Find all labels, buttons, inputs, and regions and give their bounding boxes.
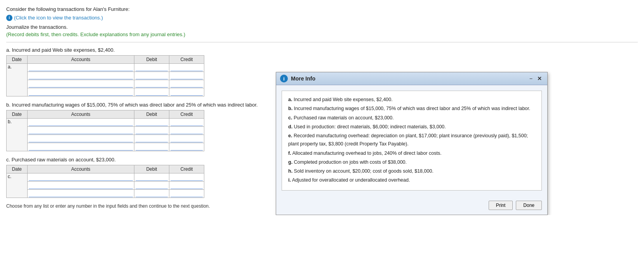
dialog-item-b: b. Incurred manufacturing wages of $15,0… (288, 105, 535, 113)
credit-field-b2[interactable] (171, 127, 203, 134)
debit-field-c1[interactable] (136, 174, 168, 181)
accounts-field-a1[interactable] (29, 64, 133, 71)
dialog-item-c: c. Purchased raw materials on account, $… (288, 114, 535, 122)
credit-input-b2[interactable] (169, 126, 204, 135)
debit-input-b2[interactable] (134, 126, 169, 135)
debit-field-b3[interactable] (136, 135, 168, 142)
accounts-field-c3[interactable] (29, 190, 133, 197)
accounts-input-c1[interactable] (27, 173, 134, 181)
debit-field-a1[interactable] (136, 64, 168, 71)
dialog-item-f: f. Allocated manufacturing overhead to j… (288, 149, 535, 158)
debit-input-c1[interactable] (134, 173, 169, 181)
debit-input-a1[interactable] (134, 63, 169, 72)
debit-input-c2[interactable] (134, 181, 169, 189)
accounts-input-c2[interactable] (27, 181, 134, 189)
credit-field-a2[interactable] (171, 72, 203, 79)
credit-input-b4[interactable] (169, 143, 204, 151)
debit-input-c3[interactable] (134, 189, 169, 198)
dialog-item-g: g. Completed production on jobs with cos… (288, 158, 535, 166)
dialog-title: More Info (291, 75, 315, 82)
dialog-item-i: i. Adjusted for overallocated or underal… (288, 176, 535, 184)
accounts-input-b3[interactable] (27, 135, 134, 143)
col-header-date-b: Date (7, 110, 28, 118)
credit-field-c3[interactable] (171, 190, 203, 197)
info-box: a. Incurred and paid Web site expenses, … (282, 91, 542, 191)
credit-input-a2[interactable] (169, 72, 204, 80)
accounts-input-b1[interactable] (27, 118, 134, 126)
print-button[interactable]: Print (489, 201, 513, 210)
credit-field-b1[interactable] (171, 119, 203, 126)
debit-field-a3[interactable] (136, 80, 168, 88)
accounts-field-c2[interactable] (29, 182, 133, 189)
credit-input-a3[interactable] (169, 80, 204, 88)
accounts-field-b2[interactable] (29, 127, 133, 134)
accounts-input-a3[interactable] (27, 80, 134, 88)
accounts-field-c1[interactable] (29, 174, 133, 181)
col-header-debit-c: Debit (134, 165, 169, 173)
col-header-date-a: Date (7, 55, 28, 63)
dialog-header: i More Info − ✕ (276, 72, 547, 85)
row-label-b: b. (7, 118, 28, 151)
credit-field-b4[interactable] (171, 144, 203, 150)
dialog-item-a: a. Incurred and paid Web site expenses, … (288, 96, 535, 104)
credit-input-b3[interactable] (169, 135, 204, 143)
accounts-input-a4[interactable] (27, 88, 134, 96)
credit-field-c1[interactable] (171, 174, 203, 181)
debit-field-c3[interactable] (136, 190, 168, 197)
credit-field-c2[interactable] (171, 182, 203, 189)
click-info-text: (Click the icon to view the transactions… (14, 15, 103, 21)
debit-field-b4[interactable] (136, 144, 168, 150)
dialog-item-h: h. Sold inventory on account, $20,000; c… (288, 167, 535, 175)
click-info-link[interactable]: i (Click the icon to view the transactio… (6, 15, 103, 21)
info-icon: i (6, 15, 12, 21)
debit-field-b1[interactable] (136, 119, 168, 126)
debit-input-b4[interactable] (134, 143, 169, 151)
dialog-minimize-button[interactable]: − (528, 75, 534, 82)
journal-table-c: Date Accounts Debit Credit c. (6, 165, 204, 198)
accounts-input-b4[interactable] (27, 143, 134, 151)
debit-field-c2[interactable] (136, 182, 168, 189)
credit-field-a1[interactable] (171, 64, 203, 71)
more-info-dialog: i More Info − ✕ a. Incurred and paid Web… (276, 72, 548, 215)
dialog-header-left: i More Info (280, 75, 315, 82)
credit-input-a1[interactable] (169, 63, 204, 72)
dialog-item-e: e. Recorded manufacturing overhead: depr… (288, 132, 535, 149)
debit-input-a3[interactable] (134, 80, 169, 88)
col-header-credit-c: Credit (169, 165, 204, 173)
accounts-input-c3[interactable] (27, 189, 134, 198)
journal-table-a: Date Accounts Debit Credit a. (6, 55, 204, 96)
credit-input-c3[interactable] (169, 189, 204, 198)
debit-input-b1[interactable] (134, 118, 169, 126)
accounts-input-a1[interactable] (27, 63, 134, 72)
credit-field-a3[interactable] (171, 80, 203, 88)
accounts-field-a2[interactable] (29, 72, 133, 79)
col-header-credit-b: Credit (169, 110, 204, 118)
credit-field-a4[interactable] (171, 89, 203, 96)
col-header-credit-a: Credit (169, 55, 204, 63)
done-button[interactable]: Done (516, 201, 542, 210)
credit-input-c1[interactable] (169, 173, 204, 181)
row-label-c: c. (7, 173, 28, 198)
accounts-input-a2[interactable] (27, 72, 134, 80)
dialog-item-d: d. Used in production: direct materials,… (288, 123, 535, 131)
credit-input-b1[interactable] (169, 118, 204, 126)
accounts-field-a3[interactable] (29, 80, 133, 88)
debit-input-a2[interactable] (134, 72, 169, 80)
debit-field-b2[interactable] (136, 127, 168, 134)
credit-field-b3[interactable] (171, 135, 203, 142)
accounts-input-b2[interactable] (27, 126, 134, 135)
credit-input-c2[interactable] (169, 181, 204, 189)
debit-input-a4[interactable] (134, 88, 169, 96)
dialog-header-icons: − ✕ (528, 75, 543, 82)
accounts-field-b1[interactable] (29, 119, 133, 126)
col-header-date-c: Date (7, 165, 28, 173)
col-header-debit-b: Debit (134, 110, 169, 118)
dialog-close-button[interactable]: ✕ (536, 75, 543, 82)
accounts-field-b3[interactable] (29, 135, 133, 142)
accounts-field-b4[interactable] (29, 144, 133, 150)
credit-input-a4[interactable] (169, 88, 204, 96)
debit-input-b3[interactable] (134, 135, 169, 143)
debit-field-a4[interactable] (136, 89, 168, 96)
debit-field-a2[interactable] (136, 72, 168, 79)
accounts-field-a4[interactable] (29, 89, 133, 96)
